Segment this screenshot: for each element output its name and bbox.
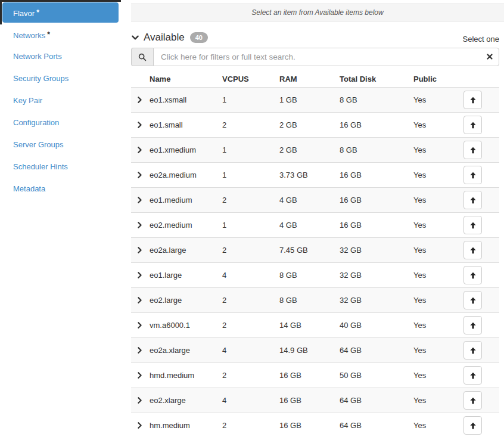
allocate-flavor-button[interactable] bbox=[463, 291, 482, 309]
expand-row-button[interactable] bbox=[131, 96, 150, 104]
flavor-actions-cell bbox=[463, 266, 499, 284]
chevron-right-icon bbox=[136, 96, 144, 104]
arrow-up-icon bbox=[469, 396, 477, 405]
expand-row-button[interactable] bbox=[131, 296, 150, 304]
required-asterisk: * bbox=[36, 8, 39, 17]
flavor-public: Yes bbox=[413, 120, 463, 129]
expand-row-button[interactable] bbox=[131, 371, 150, 379]
chevron-right-icon bbox=[136, 146, 144, 154]
arrow-up-icon bbox=[469, 271, 477, 280]
flavor-row: eo1.xmedium 1 2 GB 8 GB Yes bbox=[131, 137, 499, 162]
expand-row-button[interactable] bbox=[131, 271, 150, 279]
expand-row-button[interactable] bbox=[131, 396, 150, 404]
flavor-vcpus: 2 bbox=[222, 321, 279, 330]
flavor-ram: 3.73 GB bbox=[279, 171, 340, 179]
flavor-ram: 14 GB bbox=[279, 321, 340, 330]
sidebar-item-label: Network Ports bbox=[13, 52, 62, 61]
sidebar-item-networks[interactable]: Networks* bbox=[2, 24, 119, 45]
flavor-row: eo1.small 2 2 GB 16 GB Yes bbox=[131, 112, 499, 137]
expand-row-button[interactable] bbox=[131, 196, 150, 204]
expand-row-button[interactable] bbox=[131, 121, 150, 129]
flavor-total-disk: 8 GB bbox=[340, 145, 413, 154]
allocate-flavor-button[interactable] bbox=[463, 191, 482, 209]
flavor-name: vm.a6000.1 bbox=[150, 321, 222, 330]
flavor-vcpus: 1 bbox=[222, 171, 279, 179]
column-header-name: Name bbox=[150, 75, 222, 83]
allocate-flavor-button[interactable] bbox=[463, 391, 482, 410]
arrow-up-icon bbox=[469, 296, 477, 305]
expand-row-button[interactable] bbox=[131, 221, 150, 229]
allocate-flavor-button[interactable] bbox=[463, 116, 482, 134]
expand-row-button[interactable] bbox=[131, 146, 150, 154]
column-header-total-disk: Total Disk bbox=[340, 75, 413, 83]
expand-row-button[interactable] bbox=[131, 246, 150, 254]
table-header-row: Name VCPUS RAM Total Disk Public bbox=[131, 71, 499, 87]
flavor-ram: 4 GB bbox=[279, 196, 340, 204]
clear-search-button[interactable] bbox=[486, 53, 493, 60]
expand-row-button[interactable] bbox=[131, 321, 150, 329]
flavor-public: Yes bbox=[413, 371, 463, 380]
sidebar-item-configuration[interactable]: Configuration* bbox=[2, 113, 119, 133]
sidebar-item-flavor[interactable]: Flavor* bbox=[2, 2, 119, 23]
flavor-name: eo1.xsmall bbox=[150, 95, 222, 104]
expand-row-button[interactable] bbox=[131, 346, 150, 354]
flavor-name: eo2.xlarge bbox=[150, 396, 222, 405]
chevron-right-icon bbox=[136, 196, 144, 204]
expand-row-button[interactable] bbox=[131, 171, 150, 179]
search-input[interactable] bbox=[153, 48, 499, 66]
flavor-row: eo1.large 4 8 GB 32 GB Yes bbox=[131, 262, 499, 287]
flavor-vcpus: 2 bbox=[222, 421, 279, 430]
sidebar-item-security-groups[interactable]: Security Groups* bbox=[2, 69, 119, 89]
flavor-actions-cell bbox=[463, 391, 499, 410]
flavor-ram: 2 GB bbox=[279, 145, 340, 154]
flavor-vcpus: 1 bbox=[222, 95, 279, 104]
flavor-row: eo2a.medium 1 3.73 GB 16 GB Yes bbox=[131, 162, 499, 187]
flavor-row: eo2.medium 1 4 GB 16 GB Yes bbox=[131, 212, 499, 237]
expand-row-button[interactable] bbox=[131, 422, 150, 429]
sidebar-item-server-groups[interactable]: Server Groups* bbox=[2, 135, 119, 155]
sidebar-item-network-ports[interactable]: Network Ports* bbox=[2, 47, 119, 67]
allocate-flavor-button[interactable] bbox=[463, 241, 482, 259]
table-body: eo1.xsmall 1 1 GB 8 GB Yes eo1.small 2 2… bbox=[131, 87, 499, 438]
chevron-right-icon bbox=[136, 246, 144, 254]
collapse-available-button[interactable] bbox=[131, 33, 139, 42]
sidebar-item-label: Flavor bbox=[13, 9, 35, 18]
flavor-total-disk: 16 GB bbox=[340, 196, 413, 204]
available-section-header: Available 40 Select one bbox=[131, 32, 499, 44]
flavor-public: Yes bbox=[413, 396, 463, 405]
allocate-flavor-button[interactable] bbox=[463, 91, 482, 109]
allocate-flavor-button[interactable] bbox=[463, 216, 482, 234]
flavor-ram: 2 GB bbox=[279, 120, 340, 129]
flavor-public: Yes bbox=[413, 321, 463, 330]
sidebar-item-metadata[interactable]: Metadata* bbox=[2, 179, 119, 199]
column-header-public: Public bbox=[413, 75, 463, 83]
arrow-up-icon bbox=[469, 422, 477, 430]
arrow-up-icon bbox=[469, 221, 477, 230]
search-addon bbox=[131, 48, 153, 66]
chevron-down-icon bbox=[131, 33, 139, 42]
flavor-actions-cell bbox=[463, 416, 499, 435]
flavor-name: eo2.medium bbox=[150, 221, 222, 230]
chevron-right-icon bbox=[136, 422, 144, 429]
flavor-name: eo2a.large bbox=[150, 246, 222, 255]
sidebar-item-label: Networks bbox=[13, 31, 45, 40]
allocate-flavor-button[interactable] bbox=[463, 341, 482, 360]
allocate-flavor-button[interactable] bbox=[463, 266, 482, 284]
sidebar-item-label: Scheduler Hints bbox=[13, 162, 68, 171]
allocate-flavor-button[interactable] bbox=[463, 316, 482, 334]
chevron-right-icon bbox=[136, 121, 144, 129]
flavor-total-disk: 32 GB bbox=[340, 271, 413, 280]
flavor-ram: 8 GB bbox=[279, 296, 340, 305]
chevron-right-icon bbox=[136, 271, 144, 279]
flavor-actions-cell bbox=[463, 291, 499, 309]
sidebar-item-scheduler-hints[interactable]: Scheduler Hints* bbox=[2, 157, 119, 177]
sidebar-item-key-pair[interactable]: Key Pair* bbox=[2, 91, 119, 111]
allocate-flavor-button[interactable] bbox=[463, 366, 482, 385]
allocate-flavor-button[interactable] bbox=[463, 141, 482, 159]
flavor-public: Yes bbox=[413, 196, 463, 204]
flavor-vcpus: 4 bbox=[222, 346, 279, 355]
flavor-actions-cell bbox=[463, 116, 499, 134]
flavor-actions-cell bbox=[463, 316, 499, 334]
allocate-flavor-button[interactable] bbox=[463, 416, 482, 435]
allocate-flavor-button[interactable] bbox=[463, 166, 482, 184]
